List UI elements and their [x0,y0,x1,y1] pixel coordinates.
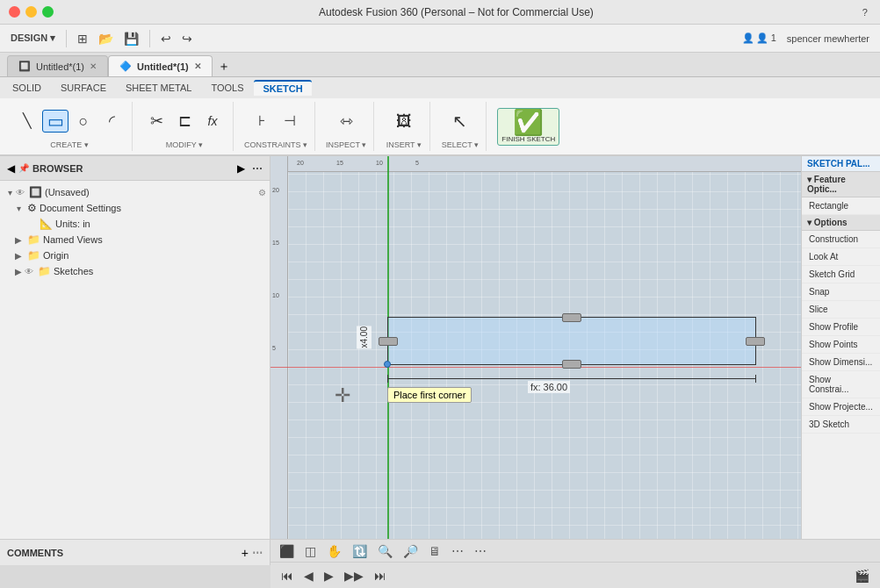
insert-image-button[interactable]: 🖼 [391,111,417,131]
help-button[interactable]: ? [859,5,871,19]
panel-item-show-constraints[interactable]: Show Constrai... [802,371,880,398]
panel-item-3d-sketch[interactable]: 3D Sketch [802,416,880,434]
ribbon-tab-sketch[interactable]: SKETCH [254,80,311,96]
offset-button[interactable]: ⊏ [171,111,198,131]
more-icon[interactable]: ⋯ [472,542,488,560]
sketches-eye-icon[interactable]: 👁 [25,267,33,276]
named-views-expand[interactable]: ▶ [12,235,25,245]
panel-item-construction[interactable]: Construction [802,231,880,248]
select-label[interactable]: SELECT ▾ [442,140,479,151]
prev-frame-button[interactable]: ◀ [300,567,317,584]
window-title: Autodesk Fusion 360 (Personal – Not for … [319,6,594,18]
tree-item-root[interactable]: ▾ 👁 🔲 (Unsaved) ⚙ [0,184,270,200]
ribbon-tab-solid[interactable]: SOLID [4,81,50,95]
save-button[interactable]: 💾 [120,30,142,47]
username-button[interactable]: spencer mewherter [783,32,873,46]
ribbon-tab-sheetmetal[interactable]: SHEET METAL [117,81,200,95]
tab-2[interactable]: 🔷 Untitled*(1) ✕ [108,55,213,76]
first-frame-button[interactable]: ⏮ [278,567,297,584]
finish-sketch-button[interactable]: ✅ FINISH SKETCH [497,108,559,146]
zoom-fit-icon[interactable]: 🔎 [401,542,420,560]
pan-icon[interactable]: ✋ [325,542,343,560]
nav-icon-1[interactable]: ⬛ [278,542,296,560]
constraint2-button[interactable]: ⊣ [277,112,303,130]
browser-options-icon[interactable]: ⋯ [252,162,263,175]
root-expand-icon[interactable]: ▾ [4,188,16,197]
panel-item-sketch-grid[interactable]: Sketch Grid [802,266,880,283]
insert-label[interactable]: INSERT ▾ [386,140,422,151]
rect-button[interactable]: ▭ [42,110,69,133]
constraints-label[interactable]: CONSTRAINTS ▾ [244,140,307,151]
main-area: ◀ 📌 BROWSER ▶ ⋯ ▾ 👁 🔲 (Unsaved) ⚙ ▾ ⚙ Do… [0,156,880,539]
corner-point [384,361,391,368]
tab-2-icon: 🔷 [119,61,132,72]
orbit-icon[interactable]: 🔃 [350,542,369,560]
redo-button[interactable]: ↪ [178,30,196,47]
last-frame-button[interactable]: ⏭ [371,567,390,584]
zoom-in-icon[interactable]: 🔍 [376,542,394,560]
add-comment-button[interactable]: + [242,546,249,560]
panel-item-show-dimensions[interactable]: Show Dimensi... [802,354,880,371]
tree-item-doc-settings[interactable]: ▾ ⚙ Document Settings [0,200,270,216]
select-button[interactable]: ↖ [447,111,473,132]
constraints-buttons: ⊦ ⊣ [249,102,303,140]
root-settings-icon[interactable]: ⚙ [258,188,266,197]
panel-item-show-points[interactable]: Show Points [802,336,880,354]
trim-button[interactable]: ✂ [143,111,170,131]
tree-item-origin[interactable]: ▶ 📁 Origin [0,247,270,263]
panel-item-look-at[interactable]: Look At [802,248,880,266]
measure-button[interactable]: ⇿ [333,111,359,131]
collapse-icon[interactable]: ◀ [7,162,15,175]
tab-1[interactable]: 🔲 Untitled*(1) ✕ [7,55,108,76]
undo-button[interactable]: ↩ [157,30,175,47]
ribbon-tab-surface[interactable]: SURFACE [52,81,115,95]
doc-settings-label: Document Settings [40,203,266,213]
modify-buttons: ✂ ⊏ fx [143,102,226,140]
panel-item-slice[interactable]: Slice [802,301,880,319]
constraint1-button[interactable]: ⊦ [249,112,275,130]
design-dropdown[interactable]: DESIGN ▾ [7,31,59,46]
nav-icon-2[interactable]: ◫ [303,542,318,560]
comments-collapse-icon[interactable]: ⋯ [252,547,263,559]
canvas-area[interactable]: 20 15 10 5 20 15 10 5 [270,156,801,539]
create-label[interactable]: CREATE ▾ [50,140,88,151]
feature-options-section[interactable]: ▾ Feature Optic... [802,172,880,197]
line-button[interactable]: ╲ [14,112,40,130]
camera-button[interactable]: 🎬 [851,567,873,584]
ribbon-tab-tools[interactable]: TOOLS [202,81,252,95]
tab-1-close[interactable]: ✕ [90,61,97,71]
maximize-button[interactable] [42,6,54,18]
sketches-expand[interactable]: ▶ [12,267,25,276]
play-button[interactable]: ▶ [321,567,337,584]
tab-2-close[interactable]: ✕ [194,61,201,71]
origin-expand[interactable]: ▶ [12,251,25,261]
panel-item-snap[interactable]: Snap [802,283,880,301]
fx-button[interactable]: fx [199,113,226,129]
open-button[interactable]: 📂 [95,30,117,47]
grid-settings-icon[interactable]: ⋯ [450,542,465,560]
panel-item-rectangle[interactable]: Rectangle [802,197,880,215]
minimize-button[interactable] [25,6,37,18]
new-button[interactable]: ⊞ [74,30,91,47]
inspect-label[interactable]: INSPECT ▾ [326,140,366,151]
browser-title: BROWSER [32,163,83,174]
circle-button[interactable]: ○ [70,111,97,131]
tree-item-sketches[interactable]: ▶ 👁 📁 Sketches [0,263,270,279]
browser-expand-icon[interactable]: ▶ [237,162,245,175]
panel-item-show-projected[interactable]: Show Projecte... [802,398,880,416]
close-button[interactable] [9,6,20,18]
panel-header: SKETCH PAL... [802,156,880,172]
panel-item-show-profile[interactable]: Show Profile [802,319,880,336]
modify-label[interactable]: MODIFY ▾ [166,140,203,151]
options-section[interactable]: ▾ Options [802,215,880,231]
root-eye-icon[interactable]: 👁 [16,188,25,197]
display-icon[interactable]: 🖥 [427,542,443,560]
doc-settings-expand[interactable]: ▾ [12,204,25,213]
tree-item-named-views[interactable]: ▶ 📁 Named Views [0,232,270,247]
tree-item-units[interactable]: 📐 Units: in [0,216,270,232]
ribbon-tabs: SOLID SURFACE SHEET METAL TOOLS SKETCH [0,77,880,98]
user-button[interactable]: 👤 👤 1 [739,31,780,46]
new-tab-button[interactable]: ＋ [213,57,235,76]
arc-button[interactable]: ◜ [98,111,125,131]
next-frame-button[interactable]: ▶▶ [341,567,367,584]
